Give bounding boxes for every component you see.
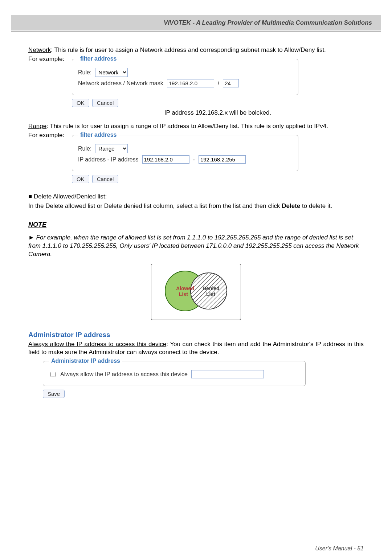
venn-allowed-label: Alowed xyxy=(176,286,194,291)
delete-list-heading: ■ Delete Allowed/Denied list: xyxy=(28,193,364,201)
for-example-label: For example: xyxy=(28,56,72,63)
rule-label: Rule: xyxy=(78,145,91,152)
admin-ip-input[interactable] xyxy=(191,370,264,378)
slash-sep: / xyxy=(218,80,219,87)
rule-select-network[interactable]: Network xyxy=(95,68,128,77)
venn-list-label2: List xyxy=(206,291,215,297)
ok-button[interactable]: OK xyxy=(72,175,89,183)
page-footer: User's Manual - 51 xyxy=(315,545,364,552)
rule-label: Rule: xyxy=(78,69,91,76)
range-label: Range xyxy=(28,123,46,130)
network-label: Network xyxy=(28,46,51,53)
range-sep: - xyxy=(193,156,195,163)
venn-diagram: Alowed List Denied List xyxy=(151,264,241,320)
network-address-input[interactable] xyxy=(167,79,214,87)
admin-ip-paragraph: Always allow the IP address to access th… xyxy=(28,340,364,356)
filter-address-legend: filter address xyxy=(78,132,119,138)
network-text: : This rule is for user to assign a Netw… xyxy=(51,46,326,53)
network-rule-paragraph: Network: This rule is for user to assign… xyxy=(28,46,364,54)
delete-list-body: In the Delete allowed list or Delete den… xyxy=(28,202,364,210)
ok-button[interactable]: OK xyxy=(72,99,89,107)
rule-select-range[interactable]: Range xyxy=(95,144,128,153)
network-mask-label: Network address / Network mask xyxy=(78,80,163,87)
venn-list-label: List xyxy=(179,291,188,297)
admin-ip-checkbox-label: Always allow the IP address to access th… xyxy=(60,371,188,378)
admin-ip-heading: Administrator IP address xyxy=(28,331,364,339)
filter-address-fieldset-range: filter address Rule: Range IP address - … xyxy=(72,132,298,171)
admin-ip-checkbox[interactable] xyxy=(50,372,56,377)
admin-ip-underline: Always allow the IP address to access th… xyxy=(28,341,166,348)
header-underline xyxy=(11,31,381,32)
range-rule-paragraph: Range: This rule is for user to assign a… xyxy=(28,122,364,130)
ip-range-label: IP address - IP address xyxy=(78,156,139,163)
ip-blocked-note: IP address 192.168.2.x will be bolcked. xyxy=(72,109,364,116)
page-header: VIVOTEK - A Leading Provider of Multimed… xyxy=(11,15,381,30)
range-ip-end-input[interactable] xyxy=(199,155,246,164)
range-text: : This rule is for user to assign a rang… xyxy=(46,123,328,130)
filter-address-fieldset-network: filter address Rule: Network Network add… xyxy=(72,56,298,95)
network-mask-input[interactable] xyxy=(223,79,239,87)
filter-address-legend: filter address xyxy=(78,56,119,62)
for-example-label: For example: xyxy=(28,132,72,139)
range-ip-start-input[interactable] xyxy=(142,155,189,164)
note-heading: NOTE xyxy=(28,221,364,229)
save-button[interactable]: Save xyxy=(43,390,65,398)
cancel-button[interactable]: Cancel xyxy=(92,175,119,183)
cancel-button[interactable]: Cancel xyxy=(92,99,119,107)
admin-ip-fieldset: Administrator IP address Always allow th… xyxy=(43,358,306,386)
note-body: ► For example, when the range of allowed… xyxy=(28,234,364,259)
admin-ip-legend: Administrator IP address xyxy=(49,358,122,364)
venn-denied-label: Denied xyxy=(203,286,220,291)
